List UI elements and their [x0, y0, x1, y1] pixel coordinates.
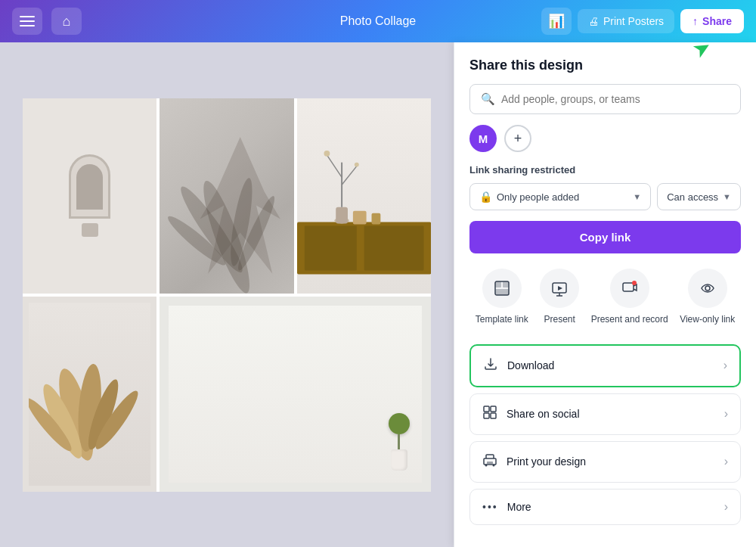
analytics-icon: 📊 [548, 13, 565, 30]
canvas-area [0, 42, 454, 547]
share-social-icon [482, 405, 497, 424]
photo-cell-arch [23, 98, 156, 294]
svg-rect-34 [491, 406, 496, 412]
svg-point-39 [485, 464, 488, 466]
arch-art [36, 107, 144, 283]
white-vase [391, 449, 407, 471]
link-sharing-label: Link sharing restricted [469, 164, 741, 176]
svg-rect-35 [484, 413, 489, 418]
action-icons-row: Template link Present [469, 269, 741, 329]
svg-rect-15 [353, 210, 367, 224]
analytics-button[interactable]: 📊 [541, 8, 572, 35]
svg-line-11 [327, 154, 342, 177]
present-record-item[interactable]: Present and record [591, 269, 668, 326]
svg-rect-38 [487, 462, 493, 464]
print-design-item-left: Print your design [482, 452, 586, 471]
home-button[interactable]: ⌂ [51, 8, 82, 35]
topbar-right: 📊 🖨 Print Posters ↑ Share [541, 8, 744, 35]
svg-rect-24 [495, 281, 501, 287]
avatar: M [469, 125, 497, 152]
print-design-item[interactable]: Print your design › [469, 441, 741, 483]
print-design-icon [482, 452, 497, 471]
present-record-icon [610, 269, 649, 308]
svg-rect-9 [336, 207, 348, 223]
share-button[interactable]: ↑ Share [680, 9, 744, 33]
collaborators-row: M + [469, 125, 741, 152]
topbar-left: ⌂ [12, 8, 82, 35]
search-input[interactable] [501, 93, 730, 105]
template-link-icon [482, 269, 522, 308]
svg-rect-36 [491, 413, 496, 418]
svg-point-13 [324, 150, 330, 156]
chevron-down-icon-2: ▼ [723, 192, 731, 201]
photo-cell-pampas [23, 297, 156, 492]
svg-rect-31 [623, 283, 634, 291]
chevron-down-icon: ▼ [633, 192, 641, 201]
svg-rect-6 [305, 225, 357, 270]
hamburger-icon [20, 16, 35, 26]
view-only-link-label: View-only link [680, 314, 735, 326]
download-icon [483, 356, 498, 375]
share-arrow-icon: ↑ [692, 15, 698, 27]
main-content: ➤ Share this design 🔍 M + Link sharing r… [0, 42, 756, 547]
download-item[interactable]: Download › [469, 344, 741, 387]
svg-rect-7 [364, 225, 423, 270]
download-item-left: Download [483, 356, 554, 375]
share-panel: ➤ Share this design 🔍 M + Link sharing r… [454, 42, 756, 547]
more-item-left: ••• More [482, 501, 531, 513]
chevron-right-icon-4: › [724, 500, 728, 514]
present-item[interactable]: Present [540, 269, 579, 326]
shadow-plant-art [160, 98, 293, 294]
view-only-link-item[interactable]: View-only link [680, 269, 735, 326]
svg-rect-33 [484, 406, 489, 412]
svg-line-12 [342, 166, 357, 185]
document-title: Photo Collage [340, 14, 417, 28]
svg-rect-25 [503, 281, 509, 287]
svg-marker-30 [558, 286, 562, 291]
topbar: ⌂ Photo Collage 📊 🖨 Print Posters ↑ Shar… [0, 0, 756, 42]
home-icon: ⌂ [63, 14, 71, 30]
print-icon: 🖨 [588, 15, 599, 27]
share-social-item-left: Share on social [482, 405, 580, 424]
share-social-item[interactable]: Share on social › [469, 393, 741, 435]
chevron-right-icon-3: › [724, 455, 728, 468]
print-posters-button[interactable]: 🖨 Print Posters [578, 9, 674, 33]
only-people-dropdown[interactable]: 🔒 Only people added ▼ [469, 183, 651, 210]
copy-link-button[interactable]: Copy link [469, 221, 741, 253]
search-icon: 🔍 [481, 92, 495, 106]
present-record-label: Present and record [591, 314, 668, 326]
svg-point-32 [632, 281, 637, 285]
photo-collage [23, 98, 431, 492]
can-access-dropdown[interactable]: Can access ▼ [657, 183, 741, 210]
present-icon [540, 269, 579, 308]
template-link-item[interactable]: Template link [476, 269, 528, 326]
svg-point-14 [355, 162, 359, 166]
present-label: Present [544, 314, 575, 326]
green-ball [389, 413, 410, 434]
search-input-wrap[interactable]: 🔍 [469, 84, 741, 114]
chevron-right-icon-2: › [724, 407, 728, 421]
svg-point-40 [493, 464, 495, 466]
plant-stem [398, 434, 400, 449]
dropdown-row: 🔒 Only people added ▼ Can access ▼ [469, 183, 741, 210]
svg-rect-26 [495, 289, 509, 295]
view-only-link-icon [688, 269, 727, 308]
chevron-right-icon: › [723, 359, 727, 372]
more-dots-icon: ••• [482, 501, 498, 513]
template-link-label: Template link [476, 314, 528, 326]
more-item[interactable]: ••• More › [469, 489, 741, 525]
plus-icon: + [514, 131, 522, 147]
photo-cell-shadow-plant [160, 98, 293, 294]
lock-icon: 🔒 [479, 191, 492, 203]
photo-cell-vase [297, 98, 431, 294]
add-person-button[interactable]: + [504, 125, 531, 152]
plant-vase-art [389, 413, 410, 471]
svg-rect-16 [371, 213, 380, 224]
photo-cell-green-plant [160, 297, 431, 492]
menu-button[interactable] [12, 8, 42, 35]
